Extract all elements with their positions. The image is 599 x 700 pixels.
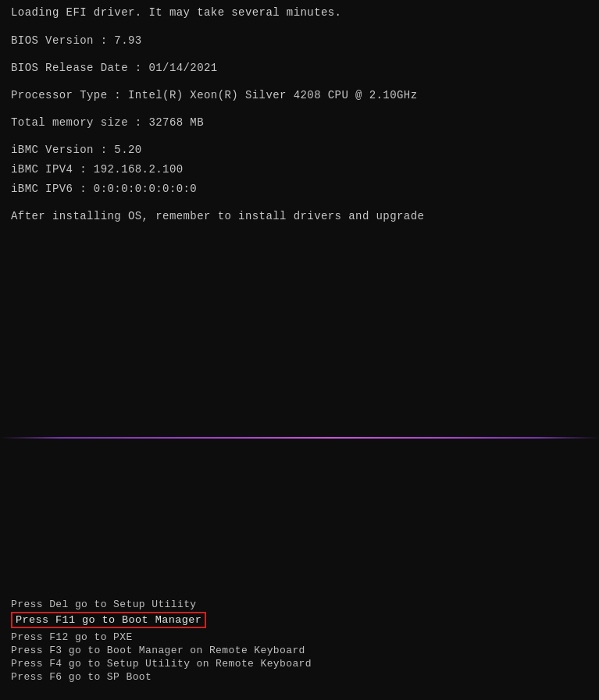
bios-screen: Loading EFI driver. It may take several … bbox=[0, 0, 599, 700]
ibmc-ipv4: iBMC IPV4 : 192.168.2.100 bbox=[11, 162, 588, 178]
press-f11-hint: Press F11 go to Boot Manager bbox=[11, 612, 206, 628]
processor-type: Processor Type : Intel(R) Xeon(R) Silver… bbox=[11, 87, 588, 104]
press-f12-hint: Press F12 go to PXE bbox=[11, 631, 588, 643]
bios-version: BIOS Version : 7.93 bbox=[11, 33, 588, 49]
bios-info-block: BIOS Version : 7.93 BIOS Release Date : … bbox=[11, 33, 588, 225]
memory-size: Total memory size : 32768 MB bbox=[11, 115, 588, 131]
top-message: Loading EFI driver. It may take several … bbox=[11, 6, 588, 19]
press-f4-hint: Press F4 go to Setup Utility on Remote K… bbox=[11, 658, 588, 670]
bottom-key-hints: Press Del go to Setup Utility Press F11 … bbox=[11, 599, 588, 684]
ibmc-ipv6: iBMC IPV6 : 0:0:0:0:0:0:0:0 bbox=[11, 181, 588, 197]
after-install-notice: After installing OS, remember to install… bbox=[11, 208, 588, 225]
bios-release-date: BIOS Release Date : 01/14/2021 bbox=[11, 60, 588, 76]
press-del-hint: Press Del go to Setup Utility bbox=[11, 599, 588, 610]
purple-divider-line bbox=[0, 437, 599, 439]
press-f6-hint: Press F6 go to SP Boot bbox=[11, 671, 588, 683]
ibmc-version: iBMC Version : 5.20 bbox=[11, 142, 588, 158]
press-f3-hint: Press F3 go to Boot Manager on Remote Ke… bbox=[11, 645, 588, 656]
